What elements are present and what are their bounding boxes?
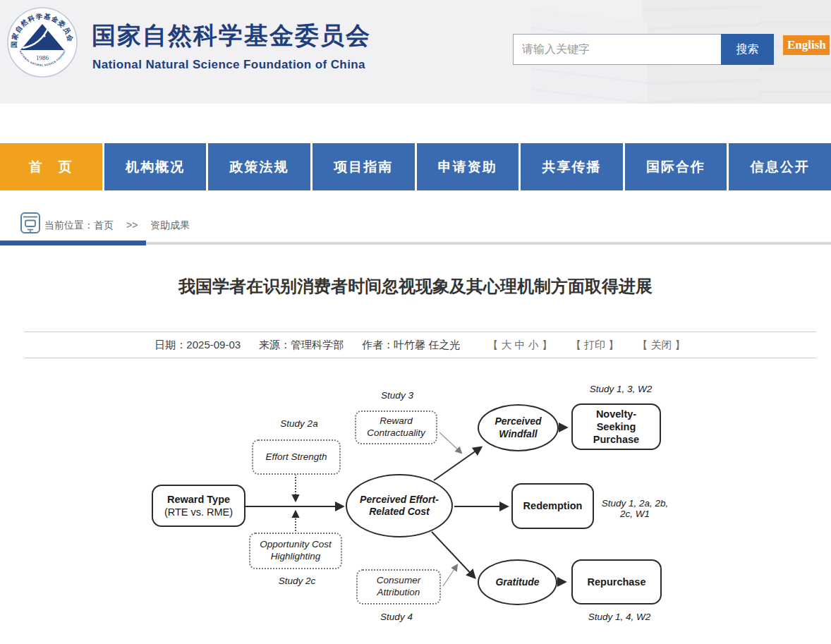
label-study-2c-w1-line2: 2c, W1 <box>602 509 669 519</box>
site-title: 国家自然科学基金委员会 <box>92 20 371 52</box>
article-source: 来源：管理科学部 <box>259 339 344 352</box>
label-study-4: Study 4 <box>380 612 413 622</box>
article-meta-bar: 日期：2025-09-03 来源：管理科学部 作者：叶竹馨 任之光 【 大 中 … <box>24 332 816 358</box>
site-subtitle: National Natural Science Foundation of C… <box>92 58 365 72</box>
box-reward-type: Reward Type (RTE vs. RME) <box>152 485 245 527</box>
breadcrumb-accent-bar <box>0 241 146 245</box>
ellipse-perceived-windfall: Perceived Windfall <box>478 404 559 451</box>
article-author: 作者：叶竹馨 任之光 <box>362 339 460 352</box>
nav-item-info-disclosure[interactable]: 信息公开 <box>729 143 831 190</box>
label-study-1-4-w2: Study 1, 4, W2 <box>588 612 651 622</box>
box-opportunity-cost-highlighting: Opportunity Cost Highlighting <box>249 533 342 569</box>
nav-item-apply-funding[interactable]: 申请资助 <box>417 143 519 190</box>
font-size-control[interactable]: 【 大 中 小 】 <box>487 339 552 352</box>
page: 国家自然科学基金委员会 1986 NATIONAL NATURAL SCIENC… <box>0 0 831 644</box>
label-study-2c: Study 2c <box>279 576 316 586</box>
breadcrumb-divider <box>146 242 831 245</box>
label-study-3: Study 3 <box>381 390 413 401</box>
nav-item-organization[interactable]: 机构概况 <box>104 143 207 190</box>
article-date: 日期：2025-09-03 <box>154 339 241 352</box>
ellipse-gratitude: Gratitude <box>478 559 557 605</box>
label-study-1-2a-2b-line1: Study 1, 2a, 2b, <box>602 498 669 509</box>
main-nav: 首 页 机构概况 政策法规 项目指南 申请资助 共享传播 国际合作 信息公开 <box>0 143 831 190</box>
box-consumer-attribution: Consumer Attribution <box>356 569 441 604</box>
english-button[interactable]: English <box>783 35 830 55</box>
label-study-1-3-w2: Study 1, 3, W2 <box>590 384 653 394</box>
box-novelty-seeking-purchase: Novelty-Seeking Purchase <box>571 403 661 450</box>
close-button[interactable]: 【 关闭 】 <box>637 339 685 352</box>
nsfc-logo-icon: 国家自然科学基金委员会 1986 NATIONAL NATURAL SCIENC… <box>7 7 78 78</box>
box-reward-contractuality: Reward Contractuality <box>355 411 437 444</box>
nav-item-sharing[interactable]: 共享传播 <box>521 143 623 190</box>
reward-type-line1: Reward Type <box>167 493 230 506</box>
box-redemption: Redemption <box>511 483 594 529</box>
label-study-2a: Study 2a <box>280 418 317 429</box>
logo-year: 1986 <box>36 54 49 61</box>
nav-item-policy[interactable]: 政策法规 <box>208 143 310 190</box>
box-effort-strength: Effort Strength <box>252 439 341 475</box>
breadcrumb-current-link[interactable]: 资助成果 <box>150 219 190 231</box>
breadcrumb-prefix: 当前位置： <box>44 219 94 231</box>
reward-type-line2: (RTE vs. RME) <box>164 506 233 518</box>
search-button[interactable]: 搜索 <box>721 34 774 65</box>
journal-icon <box>20 211 41 235</box>
print-button[interactable]: 【 打印 】 <box>571 339 619 352</box>
site-header: 国家自然科学基金委员会 1986 NATIONAL NATURAL SCIENC… <box>0 0 831 104</box>
breadcrumb: 当前位置：首页>>资助成果 <box>44 219 190 232</box>
label-study-1-2a-2b: Study 1, 2a, 2b, 2c, W1 <box>602 498 669 519</box>
search-input[interactable] <box>513 34 729 65</box>
breadcrumb-home-link[interactable]: 首页 <box>94 219 114 231</box>
breadcrumb-separator: >> <box>126 219 138 231</box>
nav-item-project-guide[interactable]: 项目指南 <box>313 143 415 190</box>
nav-item-home[interactable]: 首 页 <box>0 143 102 190</box>
article-title: 我国学者在识别消费者时间忽视现象及其心理机制方面取得进展 <box>0 275 831 298</box>
box-repurchase: Repurchase <box>571 559 662 604</box>
nav-item-international[interactable]: 国际合作 <box>625 143 727 190</box>
ellipse-perceived-effort-related-cost: Perceived Effort-Related Cost <box>346 474 453 537</box>
research-model-figure: Reward Type (RTE vs. RME) Novelty-Seekin… <box>138 377 688 638</box>
